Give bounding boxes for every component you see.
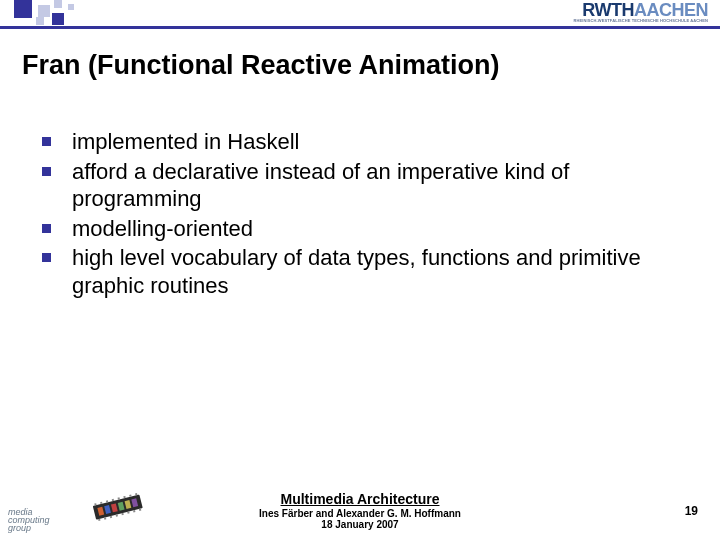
page-number: 19 (685, 504, 698, 518)
institution-logo: RWTHAACHEN RHEINISCH-WESTFÄLISCHE TECHNI… (573, 2, 708, 23)
bullet-list: implemented in Haskell afford a declarat… (42, 128, 690, 301)
logo-text-sub: AACHEN (634, 0, 708, 20)
footer-course: Multimedia Architecture (0, 491, 720, 507)
list-item: implemented in Haskell (42, 128, 690, 156)
slide-footer: Multimedia Architecture Ines Färber and … (0, 491, 720, 530)
slide-title: Fran (Functional Reactive Animation) (22, 50, 500, 81)
list-item: high level vocabulary of data types, fun… (42, 244, 690, 299)
list-item: modelling-oriented (42, 215, 690, 243)
footer-authors: Ines Färber and Alexander G. M. Hoffmann (0, 508, 720, 519)
logo-text-main: RWTH (582, 0, 634, 20)
footer-date: 18 January 2007 (0, 519, 720, 530)
logo-tagline: RHEINISCH-WESTFÄLISCHE TECHNISCHE HOCHSC… (573, 18, 708, 23)
list-item: afford a declarative instead of an imper… (42, 158, 690, 213)
